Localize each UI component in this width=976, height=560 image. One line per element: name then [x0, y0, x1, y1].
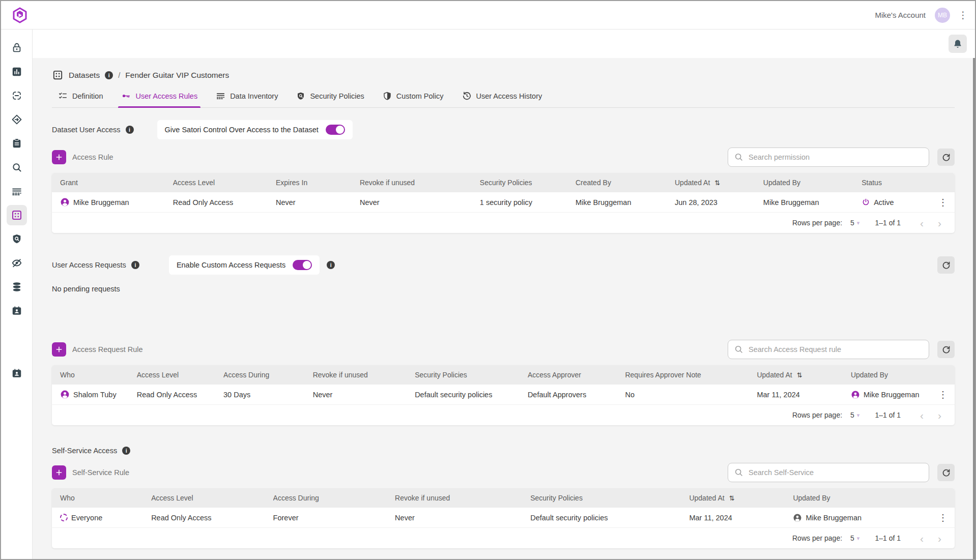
- row-menu-icon[interactable]: ⋮: [931, 512, 955, 523]
- tab-data-inventory-label: Data Inventory: [230, 92, 278, 100]
- tab-custom-policy[interactable]: Custom Policy: [383, 92, 444, 107]
- self-service-search-input[interactable]: [728, 463, 929, 482]
- col-access-level: Access Level: [151, 494, 273, 502]
- access-rules-table: Grant Access Level Expires In Revoke if …: [52, 173, 955, 233]
- everyone-icon: [60, 514, 68, 521]
- topbar-menu-icon[interactable]: ⋮: [958, 10, 968, 20]
- rows-per-page-select[interactable]: 5▾: [850, 219, 859, 227]
- access-request-rules-table: Who Access Level Access During Revoke if…: [52, 365, 955, 425]
- prev-page-button[interactable]: ‹: [918, 218, 926, 228]
- access-request-rule-row[interactable]: Shalom Tuby Read Only Access 30 Days Nev…: [52, 385, 955, 405]
- shield-search-icon[interactable]: [7, 229, 27, 249]
- row-menu-icon[interactable]: ⋮: [931, 389, 955, 400]
- grant-value: Mike Bruggeman: [73, 198, 129, 207]
- contact-badge-bottom-icon[interactable]: [7, 363, 27, 384]
- access-level-value: Read Only Access: [151, 514, 273, 522]
- refresh-requests-button[interactable]: [937, 256, 955, 274]
- col-who: Who: [52, 371, 137, 379]
- clipboard-icon[interactable]: [7, 133, 27, 154]
- satori-logo-icon[interactable]: [11, 7, 28, 24]
- who-value: Everyone: [71, 514, 102, 522]
- custom-requests-info-icon[interactable]: i: [327, 261, 335, 269]
- account-name[interactable]: Mike's Account: [875, 11, 926, 19]
- database-icon[interactable]: [7, 277, 27, 297]
- tab-security-policies[interactable]: Security Policies: [296, 92, 364, 107]
- sidebar-item-datasets[interactable]: [7, 205, 27, 225]
- directions-icon[interactable]: [7, 109, 27, 130]
- add-self-service-rule-label: Self-Service Rule: [72, 468, 129, 477]
- add-self-service-rule-button[interactable]: [52, 465, 66, 480]
- request-rule-search: [728, 340, 929, 359]
- tab-user-access-rules[interactable]: User Access Rules: [121, 91, 197, 107]
- caret-down-icon: ▾: [857, 412, 860, 419]
- add-access-request-rule-label: Access Request Rule: [72, 345, 143, 353]
- col-updated-at[interactable]: Updated At⇅: [757, 371, 850, 379]
- eye-off-icon[interactable]: [7, 253, 27, 273]
- tab-security-policies-label: Security Policies: [310, 92, 364, 100]
- vertical-scrollbar[interactable]: [973, 58, 975, 559]
- sort-icon[interactable]: ⇅: [714, 179, 720, 187]
- lock-icon[interactable]: [7, 38, 27, 58]
- breadcrumb: Datasets i / Fender Guitar VIP Customers: [52, 69, 955, 81]
- access-rules-pagination: Rows per page: 5▾ 1–1 of 1 ‹ ›: [52, 213, 955, 233]
- refresh-access-rules-button[interactable]: [937, 149, 955, 166]
- refresh-self-service-button[interactable]: [937, 464, 955, 481]
- refresh-request-rules-button[interactable]: [937, 341, 955, 358]
- col-access-level: Access Level: [173, 179, 276, 187]
- col-revoke-if-unused: Revoke if unused: [395, 494, 530, 502]
- col-security-policies: Security Policies: [480, 179, 576, 187]
- tab-definition[interactable]: Definition: [58, 91, 103, 107]
- notifications-button[interactable]: [949, 35, 967, 53]
- row-menu-icon[interactable]: ⋮: [931, 197, 955, 208]
- add-access-request-rule-button[interactable]: [52, 342, 66, 357]
- tab-custom-policy-label: Custom Policy: [396, 92, 444, 100]
- user-avatar-icon: [60, 390, 70, 399]
- sort-icon[interactable]: ⇅: [797, 371, 802, 379]
- data-rows-icon[interactable]: [7, 181, 27, 201]
- user-access-requests-header: User Access Requests i Enable Custom Acc…: [52, 255, 955, 275]
- add-access-rule-button[interactable]: [52, 150, 66, 164]
- col-access-level: Access Level: [137, 371, 223, 379]
- next-page-button[interactable]: ›: [936, 410, 943, 421]
- access-rule-row[interactable]: Mike Bruggeman Read Only Access Never Ne…: [52, 192, 955, 213]
- tab-data-inventory[interactable]: Data Inventory: [216, 91, 278, 107]
- tab-user-access-history[interactable]: User Access History: [462, 91, 542, 107]
- datasets-info-icon[interactable]: i: [105, 71, 113, 79]
- tab-bar: Definition User Access Rules Data Invent…: [52, 91, 955, 108]
- search-icon: [734, 344, 743, 356]
- add-access-rule-label: Access Rule: [72, 153, 113, 161]
- search-icon[interactable]: [7, 157, 27, 178]
- next-page-button[interactable]: ›: [936, 218, 943, 228]
- user-access-requests-info-icon[interactable]: i: [131, 261, 139, 269]
- rows-per-page-select[interactable]: 5▾: [850, 411, 859, 419]
- pagination-range: 1–1 of 1: [875, 534, 901, 542]
- custom-requests-toggle[interactable]: [293, 260, 312, 270]
- dataset-user-access-info-icon[interactable]: i: [126, 126, 134, 134]
- next-page-button[interactable]: ›: [936, 533, 943, 544]
- contact-badge-icon[interactable]: [7, 301, 27, 321]
- app-window: Mike's Account MB ⋮: [0, 0, 976, 560]
- dataset-user-access-title: Dataset User Access: [52, 126, 121, 134]
- tab-user-access-rules-label: User Access Rules: [135, 92, 197, 100]
- avatar[interactable]: MB: [935, 8, 950, 23]
- prev-page-button[interactable]: ‹: [918, 533, 926, 544]
- col-updated-at[interactable]: Updated At⇅: [689, 494, 793, 502]
- rows-per-page-select[interactable]: 5▾: [850, 534, 859, 542]
- self-service-info-icon[interactable]: i: [122, 447, 130, 455]
- self-service-rules-table: Who Access Level Access During Revoke if…: [52, 488, 955, 548]
- request-rule-search-input[interactable]: [728, 340, 929, 359]
- scan-icon[interactable]: [7, 85, 27, 106]
- permission-search-input[interactable]: [728, 148, 929, 167]
- status-value: Active: [874, 198, 894, 207]
- prev-page-button[interactable]: ‹: [918, 410, 926, 421]
- self-service-rule-row[interactable]: Everyone Read Only Access Forever Never …: [52, 508, 955, 528]
- user-avatar-icon: [60, 197, 70, 207]
- breadcrumb-dataset-name: Fender Guitar VIP Customers: [125, 71, 229, 80]
- updated-by-value: Mike Bruggeman: [864, 391, 920, 399]
- breadcrumb-datasets-link[interactable]: Datasets: [69, 71, 100, 80]
- col-updated-at[interactable]: Updated At⇅: [675, 179, 763, 187]
- sort-icon[interactable]: ⇅: [729, 494, 735, 502]
- satori-control-toggle-label: Give Satori Control Over Access to the D…: [165, 126, 319, 134]
- dashboard-icon[interactable]: [7, 62, 27, 82]
- satori-control-toggle[interactable]: [326, 125, 345, 135]
